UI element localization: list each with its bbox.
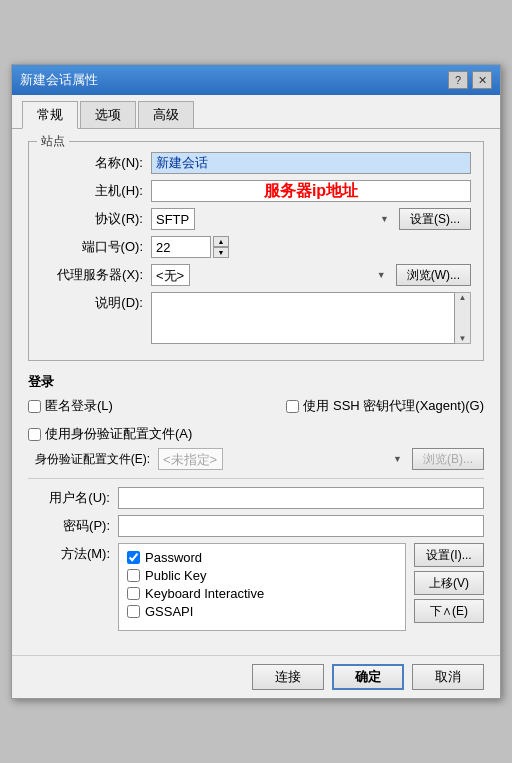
tab-general[interactable]: 常规 xyxy=(22,101,78,129)
site-group: 站点 名称(N): 主机(H): 协议(R): SFTP FTP xyxy=(28,141,484,361)
anon-xagent-row: 匿名登录(L) 使用 SSH 密钥代理(Xagent)(G) xyxy=(28,397,484,420)
method-password-checkbox[interactable] xyxy=(127,551,140,564)
auth-file-checkbox-row: 使用身份验证配置文件(A) xyxy=(28,425,484,443)
method-down-button[interactable]: 下∧(E) xyxy=(414,599,484,623)
desc-label: 说明(D): xyxy=(41,292,151,312)
proxy-select[interactable]: <无> xyxy=(151,264,190,286)
bottom-bar: 连接 确定 取消 xyxy=(12,655,500,698)
port-spinner: ▲ ▼ xyxy=(151,236,229,258)
host-label: 主机(H): xyxy=(41,182,151,200)
methods-list: Password Public Key Keyboard Interactive xyxy=(118,543,406,631)
title-bar-buttons: ? ✕ xyxy=(448,71,492,89)
login-group: 登录 匿名登录(L) 使用 SSH 密钥代理(Xagent)(G) 使用身份验证… xyxy=(28,373,484,631)
connect-button[interactable]: 连接 xyxy=(252,664,324,690)
login-group-label: 登录 xyxy=(28,373,484,391)
browse-w-button[interactable]: 浏览(W)... xyxy=(396,264,471,286)
method-buttons: 设置(I)... 上移(V) 下∧(E) xyxy=(414,543,484,631)
auth-file-select[interactable]: <未指定> xyxy=(158,448,223,470)
name-input[interactable] xyxy=(151,152,471,174)
ok-button[interactable]: 确定 xyxy=(332,664,404,690)
scroll-down-icon: ▼ xyxy=(459,334,467,343)
port-label: 端口号(O): xyxy=(41,238,151,256)
tab-bar: 常规 选项 高级 xyxy=(12,95,500,129)
help-button[interactable]: ? xyxy=(448,71,468,89)
settings-s-button[interactable]: 设置(S)... xyxy=(399,208,471,230)
divider xyxy=(28,478,484,479)
username-label: 用户名(U): xyxy=(28,489,118,507)
anon-label: 匿名登录(L) xyxy=(45,397,113,415)
method-password: Password xyxy=(127,550,397,565)
dialog-window: 新建会话属性 ? ✕ 常规 选项 高级 站点 名称(N): 主机(H): xyxy=(11,64,501,699)
proxy-label: 代理服务器(X): xyxy=(41,266,151,284)
port-decrement[interactable]: ▼ xyxy=(213,247,229,258)
xagent-checkbox[interactable] xyxy=(286,400,299,413)
port-input[interactable] xyxy=(151,236,211,258)
cancel-button[interactable]: 取消 xyxy=(412,664,484,690)
xagent-label: 使用 SSH 密钥代理(Xagent)(G) xyxy=(303,397,484,415)
method-keyboard-label: Keyboard Interactive xyxy=(145,586,264,601)
auth-file-path-row: 身份验证配置文件(E): <未指定> 浏览(B)... xyxy=(28,448,484,470)
anon-checkbox-row: 匿名登录(L) xyxy=(28,397,113,415)
name-row: 名称(N): xyxy=(41,152,471,174)
host-input[interactable] xyxy=(151,180,471,202)
port-increment[interactable]: ▲ xyxy=(213,236,229,247)
auth-file-checkbox[interactable] xyxy=(28,428,41,441)
host-row: 主机(H): xyxy=(41,180,471,202)
method-publickey-label: Public Key xyxy=(145,568,206,583)
method-up-button[interactable]: 上移(V) xyxy=(414,571,484,595)
anon-checkbox[interactable] xyxy=(28,400,41,413)
method-gssapi: GSSAPI xyxy=(127,604,397,619)
method-password-label: Password xyxy=(145,550,202,565)
xagent-checkbox-row: 使用 SSH 密钥代理(Xagent)(G) xyxy=(286,397,484,415)
password-input[interactable] xyxy=(118,515,484,537)
name-label: 名称(N): xyxy=(41,154,151,172)
proxy-row: 代理服务器(X): <无> 浏览(W)... xyxy=(41,264,471,286)
password-row: 密码(P): xyxy=(28,515,484,537)
username-row: 用户名(U): xyxy=(28,487,484,509)
close-button[interactable]: ✕ xyxy=(472,71,492,89)
protocol-row: 协议(R): SFTP FTP SCP 设置(S)... xyxy=(41,208,471,230)
browse-b-button[interactable]: 浏览(B)... xyxy=(412,448,484,470)
auth-file-path-label: 身份验证配置文件(E): xyxy=(28,451,158,468)
method-settings-button[interactable]: 设置(I)... xyxy=(414,543,484,567)
site-group-label: 站点 xyxy=(37,133,69,150)
method-publickey: Public Key xyxy=(127,568,397,583)
method-publickey-checkbox[interactable] xyxy=(127,569,140,582)
method-keyboard: Keyboard Interactive xyxy=(127,586,397,601)
tab-options[interactable]: 选项 xyxy=(80,101,136,128)
username-input[interactable] xyxy=(118,487,484,509)
desc-scrollbar: ▲ ▼ xyxy=(455,292,471,344)
method-row: 方法(M): Password Public Key K xyxy=(28,543,484,631)
auth-file-label: 使用身份验证配置文件(A) xyxy=(45,425,192,443)
method-keyboard-checkbox[interactable] xyxy=(127,587,140,600)
dialog-content: 站点 名称(N): 主机(H): 协议(R): SFTP FTP xyxy=(12,129,500,655)
title-bar: 新建会话属性 ? ✕ xyxy=(12,65,500,95)
protocol-label: 协议(R): xyxy=(41,210,151,228)
tab-advanced[interactable]: 高级 xyxy=(138,101,194,128)
desc-row: 说明(D): ▲ ▼ xyxy=(41,292,471,344)
scroll-up-icon: ▲ xyxy=(459,293,467,302)
dialog-title: 新建会话属性 xyxy=(20,71,98,89)
port-row: 端口号(O): ▲ ▼ xyxy=(41,236,471,258)
method-gssapi-checkbox[interactable] xyxy=(127,605,140,618)
method-gssapi-label: GSSAPI xyxy=(145,604,193,619)
password-label: 密码(P): xyxy=(28,517,118,535)
port-spinner-arrows: ▲ ▼ xyxy=(213,236,229,258)
method-label: 方法(M): xyxy=(28,543,118,563)
protocol-select[interactable]: SFTP FTP SCP xyxy=(151,208,195,230)
description-input[interactable] xyxy=(151,292,455,344)
